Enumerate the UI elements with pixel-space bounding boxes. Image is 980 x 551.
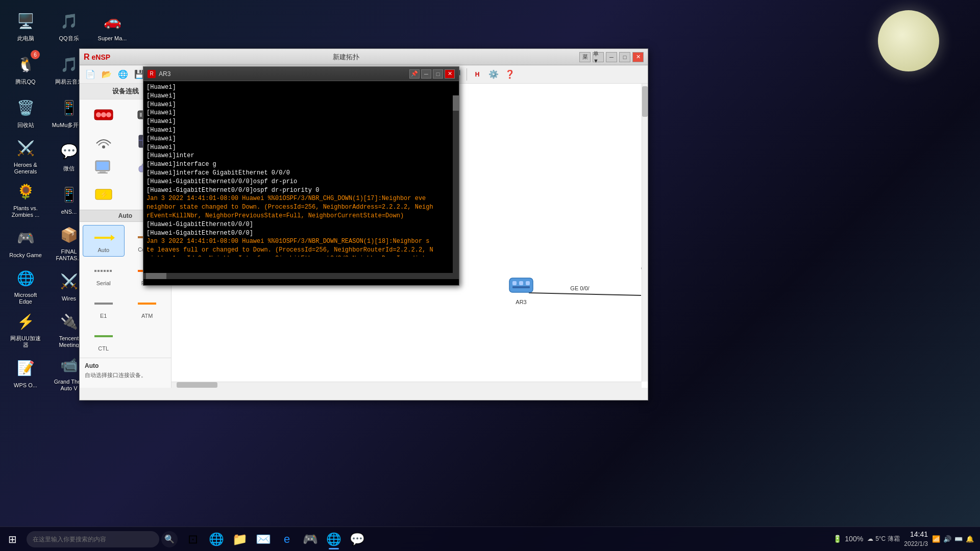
recycle-bin-label: 回收站 — [17, 122, 34, 129]
my-computer-label: 此电脑 — [17, 35, 34, 42]
wire-e1[interactable]: E1 — [83, 291, 125, 322]
weather-temp: 5°C — [875, 535, 886, 542]
terminal-content[interactable]: [Huawei][Huawei][Huawei][Huawei][Huawei]… — [143, 81, 459, 257]
terminal-close-btn[interactable]: ✕ — [445, 69, 455, 79]
auto-desc-text: 自动选择接口连接设备。 — [85, 371, 166, 379]
desktop-icon-wps[interactable]: 📝 WPS O... — [5, 352, 46, 393]
canvas-scrollbar-vertical[interactable] — [642, 84, 648, 382]
desktop-icon-recycle-bin[interactable]: 🗑️ 回收站 — [5, 92, 46, 133]
device-pc[interactable] — [83, 156, 125, 180]
desktop-icon-rocky-game[interactable]: 🎮 Rocky Game — [5, 222, 46, 263]
ensp-close-btn[interactable]: ✕ — [632, 52, 644, 62]
wps-label: WPS O... — [14, 382, 37, 389]
ensp-maximize-btn[interactable]: □ — [619, 52, 630, 62]
desktop-icon-my-computer[interactable]: 🖥️ 此电脑 — [5, 5, 46, 46]
taskbar-ensp[interactable]: 🌐 — [323, 528, 345, 550]
toolbar-open-btn[interactable]: 📂 — [99, 67, 114, 82]
taskbar-mail[interactable]: ✉️ — [252, 528, 275, 550]
ar3-icon — [508, 272, 534, 298]
terminal-title: AR3 — [159, 70, 409, 78]
my-computer-icon: 🖥️ — [13, 9, 38, 33]
terminal-line: [Huawei]inter — [146, 152, 456, 160]
svg-point-10 — [102, 145, 105, 148]
desktop-icons-area: 🖥️ 此电脑 🐧 6 腾讯QQ 🗑️ 回收站 ⚔️ Heroes & Gener… — [0, 0, 92, 398]
tencent-qq-label: 腾讯QQ — [15, 79, 35, 85]
canvas-device-ar3[interactable]: AR3 — [508, 272, 534, 305]
gta5-label: Super Ma... — [98, 35, 127, 42]
ensp-menu-dropdown[interactable]: 单▼ — [593, 52, 604, 62]
taskbar-task-view[interactable]: ⊡ — [182, 528, 204, 550]
terminal-scrollbar-v-thumb[interactable] — [453, 95, 459, 111]
weather-icon: ☁ — [867, 535, 873, 542]
taskbar-chat[interactable]: 💬 — [346, 528, 369, 550]
terminal-line: [Huawei] — [146, 117, 456, 126]
terminal-scrollbar-h[interactable] — [143, 273, 453, 279]
toolbar-huawei-btn[interactable]: H — [470, 67, 485, 82]
wire-ctl[interactable]: CTL — [83, 324, 125, 355]
qq-music-icon: 🎵 — [57, 9, 81, 33]
moon-decoration — [878, 10, 939, 71]
heroes-generals-icon: ⚔️ — [13, 137, 38, 160]
terminal-pin-btn[interactable]: 📌 — [409, 69, 420, 79]
toolbar-new-btn[interactable]: 📄 — [83, 67, 98, 82]
taskbar-search-input[interactable] — [27, 531, 159, 547]
terminal-titlebar: R AR3 📌 ─ □ ✕ — [143, 67, 459, 81]
terminal-scrollbar-h-thumb[interactable] — [146, 273, 166, 279]
taskbar-ie[interactable]: e — [276, 528, 298, 550]
ensp-title-text: 新建拓扑 — [112, 53, 579, 62]
ensp-brand: eNSP — [92, 53, 111, 61]
terminal-scrollbar-v[interactable] — [453, 95, 459, 279]
taskbar-start-button[interactable]: ⊞ — [0, 527, 24, 552]
wire-serial[interactable]: Serial — [83, 259, 125, 289]
taskbar-steam[interactable]: 🎮 — [299, 528, 322, 550]
toolbar-settings-btn[interactable]: ⚙️ — [486, 67, 501, 82]
desktop-icon-gta5[interactable]: 🚗 Super Ma... — [92, 5, 133, 46]
plants-zombies-icon: 🌻 — [13, 181, 38, 203]
desktop-icon-qq-music[interactable]: 🎵 QQ音乐 — [48, 5, 89, 46]
scrollbar-thumb-horizontal[interactable] — [177, 382, 217, 388]
terminal-line: [Huawei] — [146, 83, 456, 92]
plants-zombies-label: Plants vs. Zombies ... — [7, 205, 44, 217]
taskbar-explorer[interactable]: 📁 — [229, 528, 251, 550]
serial-wire-label: Serial — [96, 280, 111, 286]
terminal-maximize-btn[interactable]: □ — [433, 69, 443, 79]
taskbar-search-icon[interactable]: 🔍 — [161, 531, 178, 547]
rocky-game-icon: 🎮 — [13, 226, 38, 250]
desktop-icon-tencent-qq[interactable]: 🐧 6 腾讯QQ — [5, 48, 46, 89]
toolbar-help-btn[interactable]: ❓ — [502, 67, 518, 82]
svg-rect-14 — [100, 171, 106, 172]
svg-rect-13 — [96, 162, 109, 170]
canvas-scrollbar-horizontal[interactable] — [172, 382, 642, 388]
wire-auto[interactable]: Auto — [83, 225, 125, 257]
device-router[interactable] — [83, 103, 125, 127]
terminal-minimize-btn[interactable]: ─ — [421, 69, 431, 79]
taskbar-edge[interactable]: 🌐 — [205, 528, 228, 550]
device-wireless[interactable] — [83, 129, 125, 154]
scrollbar-thumb-vertical[interactable] — [642, 86, 648, 117]
svg-point-2 — [101, 112, 106, 117]
desktop-icon-microsoft-edge[interactable]: 🌐 Microsoft Edge — [5, 265, 46, 306]
device-power[interactable]: ⚡ — [83, 182, 125, 207]
qq-badge: 6 — [31, 50, 40, 59]
svg-point-3 — [106, 112, 111, 117]
terminal-line: neighbor state changed to Down. (Process… — [146, 203, 456, 212]
desktop-icon-heroes-generals[interactable]: ⚔️ Heroes & Generals — [5, 135, 46, 176]
atm-wire-label: ATM — [141, 313, 153, 319]
auto-desc-title: Auto — [85, 362, 166, 369]
toolbar-globe-btn[interactable]: 🌐 — [115, 67, 131, 82]
svg-rect-32 — [526, 281, 530, 285]
wps-icon: 📝 — [13, 356, 38, 380]
ar3-terminal-window: R AR3 📌 ─ □ ✕ [Huawei][Huawei][Huawei][H… — [143, 66, 459, 286]
atm-wire-icon — [136, 294, 158, 313]
battery-icon: 🔋 — [833, 535, 842, 543]
netease-music-icon: 🎵 — [57, 52, 81, 77]
desktop-icon-netease-uu[interactable]: ⚡ 网易UU加速 器 — [5, 309, 46, 349]
desktop-icon-plants-zombies[interactable]: 🌻 Plants vs. Zombies ... — [5, 179, 46, 219]
ensp-minimize-btn[interactable]: ─ — [606, 52, 617, 62]
pc-icon — [92, 159, 115, 177]
ar3-label: AR3 — [516, 299, 526, 305]
wire-atm[interactable]: ATM — [127, 291, 168, 322]
ensp-menu-btn[interactable]: 菜 — [579, 52, 591, 62]
terminal-line: [Huawei]interface g — [146, 160, 456, 169]
auto-wire-icon — [92, 229, 115, 247]
